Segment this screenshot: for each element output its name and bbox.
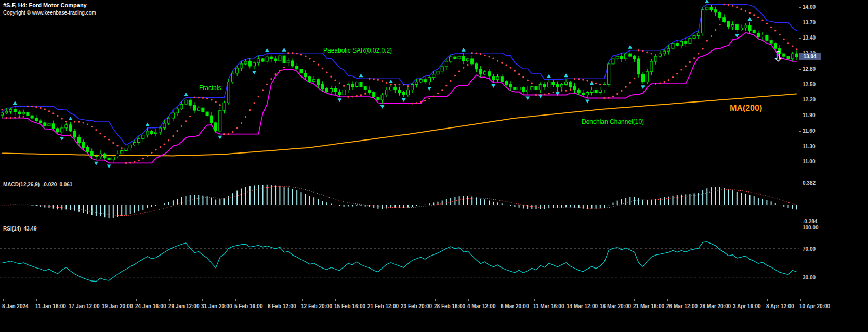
time-label: 11 Mar 16:00 [533,303,564,309]
rsi-chart [0,224,799,301]
price-label: 12.50 [803,82,816,87]
time-tick [3,299,4,301]
time-tick [468,299,469,301]
time-tick [202,299,203,301]
time-tick [335,299,336,301]
rsi-panel[interactable]: RSI(14)43.49 [0,224,799,299]
time-tick [435,299,436,301]
symbol-info: #S-F, H4: Ford Motor Company [3,2,87,8]
time-label: 12 Feb 20:00 [301,303,332,309]
macd-axis[interactable]: 0.382-0.284 [799,180,868,224]
time-label: 24 Jan 16:00 [135,303,166,309]
macd-name: MACD(12,26,9) [3,182,40,187]
rsi-axis[interactable]: 100.0070.0030.00 [799,224,868,299]
price-label: 14.00 [803,4,816,10]
time-tick [634,299,635,301]
time-tick [103,299,103,301]
down-arrow-icon[interactable]: ⇩ [772,50,784,64]
time-label: 8 Feb 12:00 [268,303,296,309]
macd-axis-label: 0.382 [803,180,816,186]
price-label: 13.40 [803,35,816,41]
time-label: 29 Jan 12:00 [168,303,200,309]
time-label: 26 Mar 12:00 [666,303,698,309]
time-tick [136,299,137,301]
time-tick [302,299,303,301]
time-label: 3 Apr 16:00 [733,303,761,309]
time-label: 28 Mar 20:00 [700,303,731,309]
time-label: 15 Feb 16:00 [334,303,365,309]
donchian-label: Donchian Channel(10) [582,118,644,125]
time-tick [667,299,668,301]
time-label: 14 Mar 12:00 [567,303,598,309]
price-label: 11.60 [803,128,815,134]
price-axis[interactable]: 13.04 14.0013.7013.4013.1012.8012.5012.2… [799,0,868,180]
ma200-label: MA(200) [730,104,762,113]
time-label: 6 Mar 20:00 [501,303,529,309]
macd-main-value: -0.020 [42,182,57,187]
time-label: 21 Mar 16:00 [633,303,664,309]
time-label: 10 Apr 20:00 [799,303,830,309]
time-tick [235,299,236,301]
rsi-axis-label: 70.00 [803,246,816,252]
current-price-tag: 13.04 [799,53,821,60]
time-tick [70,299,70,301]
time-tick [568,299,568,301]
time-label: 11 Jan 16:00 [35,303,66,309]
time-label: 4 Mar 12:00 [467,303,495,309]
current-price-line [0,57,799,57]
time-tick [734,299,734,301]
time-label: 8 Jan 2024 [2,303,29,309]
time-tick [402,299,402,301]
time-label: 5 Feb 16:00 [234,303,262,309]
candlestick-chart[interactable] [0,0,799,182]
time-label: 31 Jan 20:00 [201,303,232,309]
time-tick [601,299,601,301]
price-label: 11.30 [803,144,815,149]
time-label: 23 Feb 20:00 [401,303,432,309]
rsi-value: 43.49 [23,226,36,232]
price-label: 11.00 [803,159,815,164]
time-label: 28 Feb 16:00 [434,303,465,309]
time-label: 19 Jan 20:00 [102,303,133,309]
rsi-axis-label: 30.00 [803,275,816,280]
time-label: 17 Jan 12:00 [69,303,100,309]
copyright-text: Copyright © www.keenbase-trading.com [3,10,96,16]
time-tick [800,299,801,301]
time-tick [269,299,269,301]
time-tick [701,299,701,301]
price-label: 12.80 [803,66,816,72]
macd-indicator-label: MACD(12,26,9)-0.0200.061 [3,182,75,187]
rsi-axis-label: 100.00 [803,225,819,231]
mt-chart-window: #S-F, H4: Ford Motor Company Copyright ©… [0,0,868,332]
time-tick [369,299,369,301]
time-tick [502,299,502,301]
price-chart-panel[interactable]: #S-F, H4: Ford Motor Company Copyright ©… [0,0,799,180]
time-tick [767,299,768,301]
price-label: 12.20 [803,97,816,103]
price-label: 13.70 [803,20,816,25]
psar-label: Paeabolic SAR(0.02,0.2) [323,47,392,54]
time-tick [36,299,37,301]
fractals-label: Fractals [199,84,221,92]
macd-chart [0,180,799,226]
axis-separator [799,0,799,299]
macd-panel[interactable]: MACD(12,26,9)-0.0200.061 [0,180,799,224]
time-axis[interactable]: 8 Jan 202411 Jan 16:0017 Jan 12:0019 Jan… [0,299,868,332]
current-price-value: 13.04 [803,54,816,59]
price-label: 11.90 [803,112,815,118]
rsi-name: RSI(14) [3,226,21,232]
time-label: 21 Feb 12:00 [367,303,399,309]
time-label: 8 Apr 12:00 [766,303,794,309]
time-label: 18 Mar 20:00 [600,303,631,309]
macd-signal-value: 0.061 [59,182,72,187]
time-tick [169,299,170,301]
time-tick [534,299,535,301]
macd-axis-label: -0.284 [803,219,817,224]
rsi-indicator-label: RSI(14)43.49 [3,226,39,232]
